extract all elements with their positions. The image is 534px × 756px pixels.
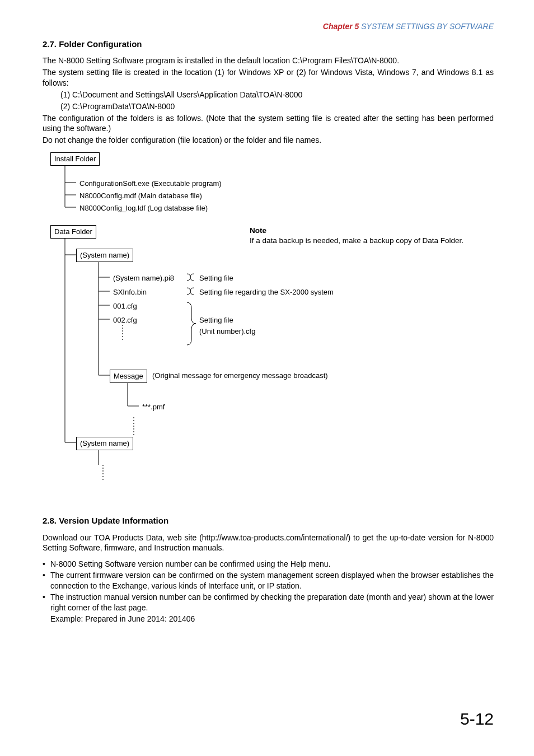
message-box: Message — [110, 370, 147, 383]
tree-item-desc: (Unit number).cfg — [199, 326, 255, 337]
data-folder-box: Data Folder — [50, 225, 96, 239]
paragraph: (2) C:\ProgramData\TOA\N-8000 — [43, 101, 494, 112]
tree-item-desc: Setting file regarding the SX-2000 syste… — [199, 287, 334, 297]
list-item: • The instruction manual version number … — [43, 592, 494, 613]
tree-item: ConfigurationSoft.exe (Executable progra… — [79, 179, 222, 189]
tree-item-desc: Setting file — [199, 315, 233, 325]
page-header: Chapter 5 SYSTEM SETTINGS BY SOFTWARE — [43, 21, 494, 32]
chapter-label: Chapter 5 — [323, 22, 359, 31]
tree-item: 001.cfg — [113, 301, 137, 311]
bullet-text: N-8000 Setting Software version number c… — [50, 559, 494, 570]
list-item: • N-8000 Setting Software version number… — [43, 559, 494, 570]
tree-item-desc: Setting file — [199, 273, 233, 283]
tree-item-desc: (Original message for emergency message … — [152, 371, 328, 381]
paragraph: Download our TOA Products Data, web site… — [43, 533, 494, 554]
bullet-icon: • — [43, 570, 50, 591]
paragraph: (1) C:\Document and Settings\All Users\A… — [43, 90, 494, 100]
paragraph: The N-8000 Setting Software program is i… — [43, 55, 494, 66]
system-name-box: (System name) — [76, 249, 133, 262]
tree-item: (System name).pi8 — [113, 273, 174, 283]
bullet-icon: • — [43, 592, 50, 613]
chapter-title: SYSTEM SETTINGS BY SOFTWARE — [359, 22, 494, 31]
bullet-sub-text: Example: Prepared in June 2014: 201406 — [43, 614, 494, 624]
folder-tree-diagram: Install Folder ConfigurationSoft.exe (Ex… — [43, 151, 494, 493]
note-title: Note — [250, 226, 479, 236]
system-name-box: (System name) — [76, 437, 133, 450]
paragraph: The system setting file is created in th… — [43, 67, 494, 88]
tree-item: SXInfo.bin — [113, 287, 147, 297]
tree-item: N8000Config.mdf (Main database file) — [79, 191, 202, 201]
section-heading-folder-config: 2.7. Folder Configuration — [43, 39, 494, 50]
tree-item: ***.pmf — [142, 402, 165, 412]
paragraph: The configuration of the folders is as f… — [43, 113, 494, 134]
bullet-list: • N-8000 Setting Software version number… — [43, 559, 494, 624]
bullet-text: The current firmware version can be conf… — [50, 570, 494, 591]
paragraph: Do not change the folder configuration (… — [43, 135, 494, 146]
bullet-icon: • — [43, 559, 50, 570]
tree-item: 002.cfg — [113, 315, 137, 325]
tree-item: N8000Config_log.ldf (Log database file) — [79, 203, 208, 213]
section-heading-version-update: 2.8. Version Update Information — [43, 515, 494, 526]
list-item: • The current firmware version can be co… — [43, 570, 494, 591]
bullet-text: The instruction manual version number ca… — [50, 592, 494, 613]
note-body: If a data backup is needed, make a backu… — [250, 236, 479, 246]
page-number: 5-12 — [460, 708, 494, 731]
note-block: Note If a data backup is needed, make a … — [250, 226, 479, 246]
install-folder-box: Install Folder — [50, 152, 100, 166]
